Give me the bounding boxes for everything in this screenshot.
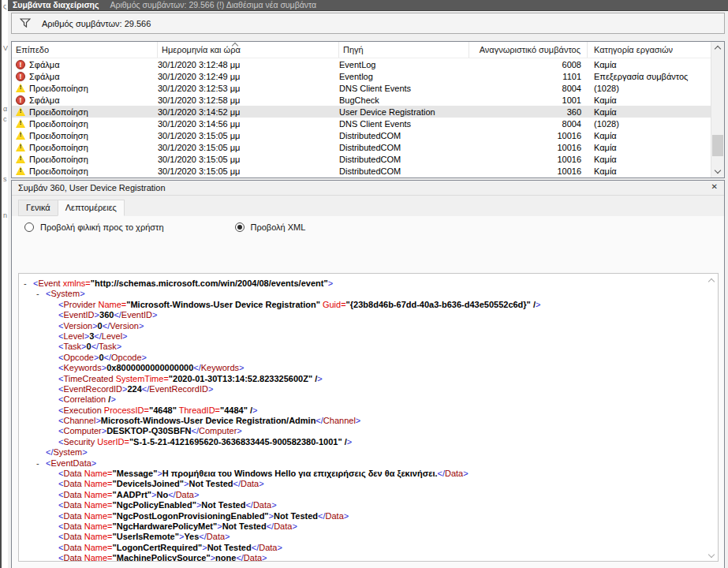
xml-line: <Level>3</Level>: [19, 331, 704, 342]
warning-icon: !: [16, 84, 25, 93]
xml-collapse-marker[interactable]: -: [36, 289, 46, 299]
xml-line: <EventID>360</EventID>: [19, 310, 704, 320]
xml-line-content: <Data Name="DeviceIsJoined">Not Tested</…: [58, 479, 264, 488]
warning-icon: !: [16, 119, 25, 129]
xml-scroll-up-icon[interactable]: [705, 275, 718, 286]
datetime-cell: 30/1/2020 3:12:49 μμ: [158, 72, 339, 81]
tab-Λεπτομέρειες[interactable]: Λεπτομέρειες: [58, 200, 125, 216]
xml-collapse-marker[interactable]: -: [36, 458, 46, 469]
event-table: ΕπίπεδοΗμερομηνία και ώραΠηγήΑναγνωριστι…: [11, 41, 725, 178]
xml-line-content: <Data Name="AADPrt">No</Data>: [58, 490, 199, 499]
xml-line: <Channel>Microsoft-Windows-User Device R…: [19, 416, 704, 426]
source-cell: DistributedCOM: [339, 166, 469, 176]
column-header-0[interactable]: Επίπεδο: [12, 42, 158, 58]
xml-line-content: <Keywords>0x8000000000000000</Keywords>: [58, 363, 245, 372]
xml-line: <Data Name="NgcPostLogonProvisioningEnab…: [19, 511, 704, 521]
level-cell: !Σφάλμα: [12, 60, 158, 69]
filter-bar[interactable]: Αριθμός συμβάντων: 29.566: [11, 13, 725, 34]
event-id-cell: 1101: [469, 72, 588, 81]
xml-line-content: <Version>0</Version>: [58, 321, 144, 331]
xml-content: -<Event xmlns="http://schemas.microsoft.…: [19, 278, 704, 561]
table-row[interactable]: !Σφάλμα30/1/2020 3:12:58 μμBugCheck1001Κ…: [12, 94, 711, 106]
category-cell: Καμία: [588, 166, 711, 176]
xml-line-content: <Data Name="LogonCertRequired">Not Teste…: [58, 543, 282, 552]
level-label: Σφάλμα: [29, 95, 60, 105]
radio-dot: [237, 225, 242, 230]
warning-icon: !: [16, 143, 25, 152]
xml-line-content: <Data Name="Message">Η προμήθεια του Win…: [58, 469, 469, 478]
category-cell: Καμία: [588, 60, 711, 69]
filter-funnel-icon: [20, 17, 31, 31]
xml-collapse-marker[interactable]: -: [24, 278, 33, 289]
left-edge-text-fragment: s: [3, 175, 7, 183]
xml-line-content: <Opcode>0</Opcode>: [58, 353, 147, 362]
xml-scrollbar[interactable]: [705, 275, 717, 560]
radio-label: Προβολή φιλική προς το χρήστη: [40, 222, 164, 232]
xml-scroll-down-icon[interactable]: [705, 548, 718, 560]
table-body: !Σφάλμα30/1/2020 3:12:48 μμEventLog6008Κ…: [12, 58, 711, 177]
xml-line-content: <Data Name="NgcPostLogonProvisioningEnab…: [58, 511, 349, 521]
event-id-cell: 360: [469, 107, 588, 117]
xml-line: <Security UserID="S-1-5-21-4121695620-36…: [19, 437, 704, 447]
table-row[interactable]: !Προειδοποίηση30/1/2020 3:15:05 μμDistri…: [12, 165, 711, 177]
table-row[interactable]: !Σφάλμα30/1/2020 3:12:48 μμEventLog6008Κ…: [12, 58, 711, 70]
level-cell: !Προειδοποίηση: [12, 166, 158, 176]
xml-line: -<EventData>: [19, 458, 704, 469]
detail-title-bar: Συμβάν 360, User Device Registration ✕: [12, 181, 724, 196]
event-id-cell: 10016: [469, 143, 588, 152]
xml-line: <Data Name="LogonCertRequired">Not Teste…: [19, 543, 704, 553]
table-row[interactable]: !Σφάλμα30/1/2020 3:12:49 μμEventlog1101Ε…: [12, 70, 711, 82]
xml-line-content: <Correlation />: [58, 394, 116, 404]
table-row[interactable]: !Προειδοποίηση30/1/2020 3:15:05 μμDistri…: [12, 129, 711, 141]
event-id-cell: 6008: [469, 60, 588, 69]
scroll-up-icon[interactable]: [711, 42, 724, 54]
tab-Γενικά[interactable]: Γενικά: [18, 200, 58, 216]
table-row[interactable]: !Προειδοποίηση30/1/2020 3:12:53 μμDNS Cl…: [12, 82, 711, 94]
table-row[interactable]: !Προειδοποίηση30/1/2020 3:14:56 μμDNS Cl…: [12, 118, 711, 129]
column-header-1[interactable]: Ημερομηνία και ώρα: [158, 42, 339, 58]
xml-line: <Computer>DESKTOP-Q30SBFN</Computer>: [19, 426, 704, 436]
sort-ascending-icon: [232, 43, 238, 49]
xml-line: <Keywords>0x8000000000000000</Keywords>: [19, 363, 704, 373]
datetime-cell: 30/1/2020 3:12:48 μμ: [158, 60, 339, 69]
level-label: Προειδοποίηση: [29, 143, 88, 152]
column-header-4[interactable]: Κατηγορία εργασιών: [588, 42, 711, 58]
error-icon: !: [16, 72, 25, 81]
xml-line-content: <Data Name="NgcHardwarePolicyMet">Not Te…: [58, 521, 297, 531]
table-row[interactable]: !Προειδοποίηση30/1/2020 3:15:05 μμDistri…: [12, 153, 711, 165]
level-cell: !Προειδοποίηση: [12, 131, 158, 140]
event-id-cell: 10016: [469, 166, 588, 176]
xml-line-content: <EventData>: [46, 458, 96, 468]
close-icon[interactable]: ✕: [711, 182, 718, 191]
column-header-2[interactable]: Πηγή: [339, 42, 469, 58]
radio-option[interactable]: Προβολή φιλική προς το χρήστη: [24, 222, 164, 232]
xml-line-content: <EventRecordID>224</EventRecordID>: [58, 384, 213, 394]
category-cell: Καμία: [588, 131, 711, 140]
level-cell: !Σφάλμα: [12, 72, 158, 81]
xml-line-content: <Data Name="NgcPolicyEnabled">Not Tested…: [58, 500, 277, 510]
table-row[interactable]: !Προειδοποίηση30/1/2020 3:15:05 μμDistri…: [12, 141, 711, 153]
pane-title: Συμβάντα διαχείρισης: [13, 0, 99, 10]
xml-line: <Data Name="Message">Η προμήθεια του Win…: [19, 469, 704, 479]
level-cell: !Προειδοποίηση: [12, 155, 158, 164]
scrollbar-thumb[interactable]: [712, 135, 723, 156]
column-header-3[interactable]: Αναγνωριστικό συμβάντος: [469, 42, 588, 58]
scroll-down-icon[interactable]: [711, 166, 724, 178]
category-cell: (1028): [588, 84, 711, 93]
event-id-cell: 1001: [469, 95, 588, 105]
xml-line: <Execution ProcessID="4648" ThreadID="44…: [19, 405, 704, 416]
table-row[interactable]: !Προειδοποίηση30/1/2020 3:14:52 μμUser D…: [12, 106, 711, 118]
datetime-cell: 30/1/2020 3:14:56 μμ: [158, 119, 339, 129]
xml-line: <Opcode>0</Opcode>: [19, 353, 704, 363]
filter-count-label: Αριθμός συμβάντων: 29.566: [42, 19, 151, 28]
xml-view: -<Event xmlns="http://schemas.microsoft.…: [18, 273, 719, 562]
level-cell: !Προειδοποίηση: [12, 107, 158, 117]
radio-option[interactable]: Προβολή XML: [235, 222, 306, 232]
event-id-cell: 8004: [469, 84, 588, 93]
event-id-cell: 10016: [469, 131, 588, 140]
radio-circle-icon: [235, 222, 245, 232]
pane-title-bar: Συμβάντα διαχείρισης Αριθμός συμβάντων: …: [8, 0, 728, 11]
level-label: Προειδοποίηση: [29, 84, 88, 93]
table-scrollbar[interactable]: [711, 42, 724, 178]
datetime-cell: 30/1/2020 3:12:58 μμ: [158, 95, 339, 105]
